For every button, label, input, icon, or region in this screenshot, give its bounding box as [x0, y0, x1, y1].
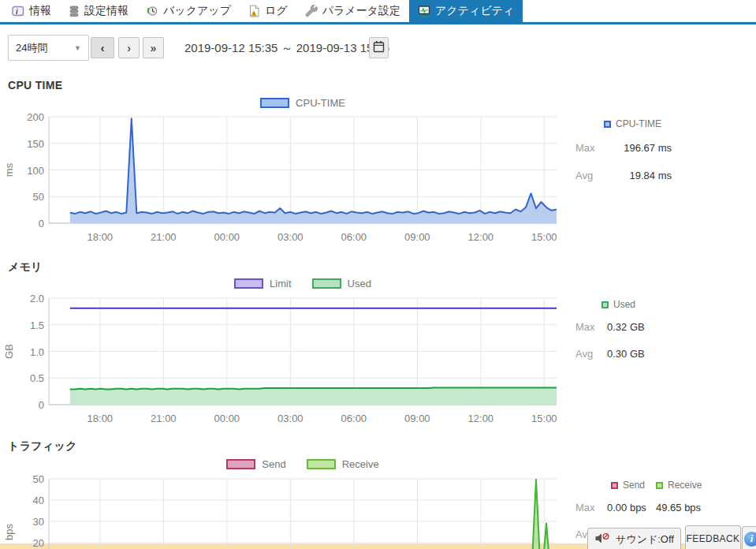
svg-text:40: 40 — [33, 495, 44, 506]
legend-item-receive: Receive — [307, 458, 379, 470]
info-icon: i — [744, 532, 756, 547]
cpu-max-value: 196.67 ms — [616, 142, 672, 154]
tab-label: 情報 — [29, 4, 51, 18]
next-period-button[interactable]: › — [118, 37, 140, 58]
receive-label: Receive — [668, 480, 702, 491]
limit-swatch — [234, 278, 263, 289]
svg-text:GB: GB — [3, 344, 15, 359]
svg-text:18:00: 18:00 — [88, 413, 114, 424]
svg-text:06:00: 06:00 — [341, 413, 367, 424]
legend-item-cpu-time: CPU-TIME — [260, 97, 345, 109]
backup-clock-icon — [146, 5, 158, 17]
max-label: Max — [575, 142, 616, 154]
svg-text:20: 20 — [33, 537, 44, 549]
tab-label: ログ — [265, 4, 288, 18]
cpu-time-square-icon — [604, 121, 611, 128]
memory-stats-legend: Used — [601, 299, 753, 310]
svg-text:ms: ms — [3, 162, 15, 177]
chevrons-right-icon: » — [151, 42, 157, 54]
prev-period-button[interactable]: ‹ — [91, 37, 114, 58]
svg-text:12:00: 12:00 — [468, 413, 494, 424]
memory-max-row: Max 0.32 GB — [575, 321, 753, 333]
database-icon — [69, 6, 80, 17]
avg-label: Avg — [575, 170, 616, 181]
receive-swatch — [307, 459, 336, 469]
svg-text:09:00: 09:00 — [404, 413, 430, 424]
tab-label: 設定情報 — [84, 4, 128, 18]
legend-item-used: Used — [312, 278, 371, 289]
tab-label: パラメータ設定 — [322, 4, 400, 18]
svg-text:0.5: 0.5 — [30, 372, 44, 384]
chevron-down-icon: ▼ — [74, 44, 81, 52]
cpu-avg-value: 19.84 ms — [616, 170, 672, 181]
legend-label: Used — [348, 278, 371, 289]
svg-text:00:00: 00:00 — [214, 413, 240, 424]
memory-avg-row: Avg 0.30 GB — [575, 348, 753, 360]
calendar-icon — [373, 40, 385, 56]
receive-stats-legend: Receive — [656, 480, 702, 491]
tab-parameter-settings[interactable]: パラメータ設定 — [296, 0, 409, 22]
avg-label: Avg — [575, 348, 607, 360]
receive-square-icon — [656, 482, 663, 489]
chevron-left-icon: ‹ — [101, 42, 105, 54]
tab-bar: i 情報 設定情報 バックアップ ログ パラメータ設定 — [0, 0, 756, 22]
cpu-stats-panel: CPU-TIME Max 196.67 ms Avg 19.84 ms — [575, 118, 753, 181]
svg-text:0: 0 — [39, 399, 44, 411]
tab-activity[interactable]: アクティビティ — [409, 0, 523, 22]
cpu-time-swatch — [260, 98, 289, 108]
memory-section-title: メモリ — [8, 260, 43, 274]
cpu-time-chart: 18:0021:0000:0003:0006:0009:0012:0015:00… — [0, 109, 568, 243]
svg-text:03:00: 03:00 — [277, 231, 304, 243]
svg-text:bps: bps — [3, 524, 15, 540]
tab-accent-bar — [0, 22, 756, 24]
feedback-label: FEEDBACK — [687, 533, 740, 544]
memory-chart: 18:0021:0000:0003:0006:0009:0012:0015:00… — [0, 290, 568, 424]
cpu-max-row: Max 196.67 ms — [575, 142, 753, 154]
sound-toggle-label: サウンド:Off — [616, 532, 674, 547]
svg-text:00:00: 00:00 — [214, 231, 240, 243]
svg-text:200: 200 — [27, 111, 44, 123]
memory-stats-series-label: Used — [613, 299, 635, 310]
help-button[interactable]: i — [742, 526, 756, 549]
legend-item-limit: Limit — [234, 278, 291, 289]
activity-monitor-icon — [418, 5, 430, 17]
svg-text:1.0: 1.0 — [30, 346, 44, 358]
tab-label: バックアップ — [163, 4, 231, 18]
svg-text:15:00: 15:00 — [531, 231, 557, 243]
svg-text:12:00: 12:00 — [468, 231, 494, 243]
traffic-receive-max-value: 49.65 bps — [656, 502, 701, 514]
used-square-icon — [601, 301, 609, 308]
used-swatch — [312, 278, 341, 289]
cpu-avg-row: Avg 19.84 ms — [575, 170, 753, 181]
calendar-button[interactable] — [369, 37, 389, 58]
cpu-stats-legend: CPU-TIME — [604, 118, 753, 129]
legend-item-send: Send — [226, 458, 285, 470]
svg-text:2.0: 2.0 — [30, 293, 44, 304]
log-warning-icon — [248, 5, 260, 17]
tab-info[interactable]: i 情報 — [3, 0, 60, 22]
traffic-chart: 18:0021:0000:0003:0006:0009:0012:0015:00… — [0, 471, 568, 549]
traffic-section-title: トラフィック — [8, 439, 77, 454]
legend-label: Receive — [342, 458, 379, 470]
feedback-button[interactable]: FEEDBACK — [685, 525, 741, 549]
svg-text:100: 100 — [27, 165, 44, 177]
wrench-icon — [305, 5, 318, 17]
latest-period-button[interactable]: » — [143, 37, 164, 58]
sound-toggle-button[interactable]: サウンド:Off — [587, 528, 681, 549]
svg-text:50: 50 — [33, 473, 44, 485]
info-bubble-icon: i — [12, 6, 24, 17]
send-square-icon — [611, 482, 618, 489]
send-label: Send — [623, 480, 645, 491]
tab-log[interactable]: ログ — [240, 0, 296, 22]
tab-config-info[interactable]: 設定情報 — [60, 0, 137, 22]
time-range-select[interactable]: 24時間 ▼ — [8, 35, 89, 61]
tab-backup[interactable]: バックアップ — [137, 0, 240, 22]
svg-text:21:00: 21:00 — [151, 231, 177, 243]
send-stats-legend: Send — [611, 480, 645, 491]
time-range-value: 24時間 — [16, 41, 47, 55]
svg-text:18:00: 18:00 — [88, 231, 114, 243]
cpu-stats-series-label: CPU-TIME — [616, 118, 661, 129]
chevron-right-icon: › — [127, 42, 131, 54]
max-label: Max — [575, 321, 607, 333]
svg-text:21:00: 21:00 — [151, 413, 177, 424]
